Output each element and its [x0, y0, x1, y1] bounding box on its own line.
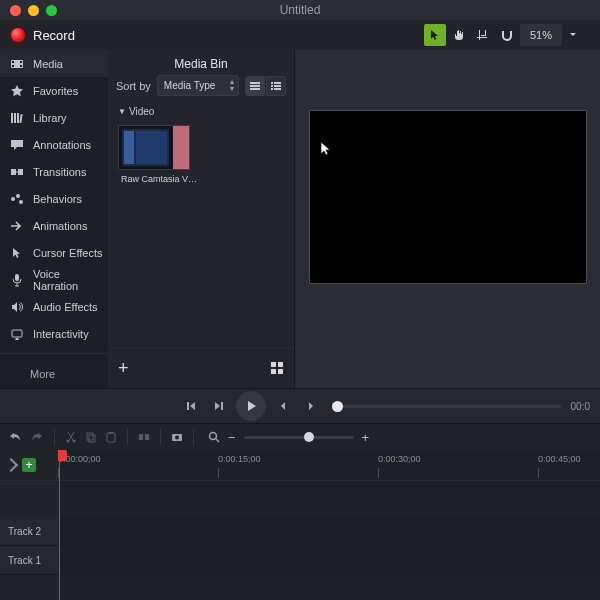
svg-rect-5	[11, 113, 13, 123]
zoom-fit-button[interactable]	[208, 431, 220, 443]
zoom-in-button[interactable]: +	[362, 430, 370, 445]
sidebar-item-annotations[interactable]: Annotations	[0, 131, 108, 158]
scrubber-knob[interactable]	[332, 401, 343, 412]
sidebar-item-media[interactable]: Media	[0, 50, 108, 77]
behaviors-icon	[10, 192, 24, 206]
canvas-snap-tool[interactable]	[496, 24, 518, 46]
canvas-zoom-value: 51%	[530, 29, 552, 41]
svg-rect-21	[271, 85, 273, 87]
canvas-crop-tool[interactable]	[472, 24, 494, 46]
sidebar-label: Animations	[33, 220, 87, 232]
bin-view-list[interactable]	[266, 76, 286, 96]
timeline-body[interactable]: 0:00:00;00 0:00:15;00 0:00:30;00 0:00:45…	[58, 450, 600, 600]
bin-footer: +	[108, 347, 294, 388]
track-header-2[interactable]: Track 2	[0, 517, 58, 546]
time-ruler[interactable]: 0:00:00;00 0:00:15;00 0:00:30;00 0:00:45…	[58, 450, 600, 481]
top-toolbar: Record 51%	[0, 20, 600, 50]
split-button[interactable]	[138, 431, 150, 443]
tool-sidebar: Media Favorites Library Annotations Tran…	[0, 50, 108, 388]
sidebar-item-cursor-effects[interactable]: Cursor Effects	[0, 239, 108, 266]
canvas-zoom-dropdown[interactable]	[564, 24, 582, 46]
library-icon	[10, 111, 24, 125]
sidebar-item-interactivity[interactable]: Interactivity	[0, 320, 108, 347]
sidebar-more-button[interactable]: More	[0, 353, 108, 394]
zoom-knob[interactable]	[304, 432, 314, 442]
bin-group-video[interactable]: ▼ Video	[108, 102, 294, 121]
clip-name-label: Raw Camtasia V…	[121, 174, 197, 184]
bin-view-toggle	[245, 76, 286, 96]
paste-button[interactable]	[105, 431, 117, 443]
svg-point-40	[210, 433, 217, 440]
disclosure-icon: ▼	[118, 107, 126, 116]
window-title: Untitled	[0, 3, 600, 17]
svg-rect-3	[20, 61, 22, 63]
media-bin-title: Media Bin	[108, 50, 294, 75]
track-header-1[interactable]: Track 1	[0, 546, 58, 575]
next-marker-button[interactable]	[300, 395, 322, 417]
transport-scrubber[interactable]	[332, 405, 561, 408]
sidebar-item-animations[interactable]: Animations	[0, 212, 108, 239]
sidebar-item-voice-narration[interactable]: Voice Narration	[0, 266, 108, 293]
media-bin-panel: Media Bin Sort by Media Type ▴▾ ▼ Video …	[108, 50, 295, 388]
star-icon	[10, 84, 24, 98]
canvas-arrow-tool[interactable]	[424, 24, 446, 46]
sidebar-item-favorites[interactable]: Favorites	[0, 77, 108, 104]
step-back-button[interactable]	[180, 395, 202, 417]
sidebar-label: Behaviors	[33, 193, 82, 205]
bin-group-label: Video	[129, 106, 154, 117]
sidebar-label: Annotations	[33, 139, 91, 151]
play-button[interactable]	[236, 391, 266, 421]
editor-main: Media Favorites Library Annotations Tran…	[0, 50, 600, 388]
canvas-zoom-display[interactable]: 51%	[520, 24, 562, 46]
timeline: + Track 2 Track 1 0:00:00;00 0:00:15;00 …	[0, 450, 600, 600]
sidebar-item-library[interactable]: Library	[0, 104, 108, 131]
prev-marker-button[interactable]	[272, 395, 294, 417]
svg-rect-16	[250, 82, 260, 84]
svg-rect-33	[89, 435, 95, 442]
sidebar-item-behaviors[interactable]: Behaviors	[0, 185, 108, 212]
sort-by-select[interactable]: Media Type ▴▾	[157, 75, 239, 96]
sidebar-item-transitions[interactable]: Transitions	[0, 158, 108, 185]
expand-icon[interactable]	[4, 458, 18, 472]
animations-icon	[10, 219, 24, 233]
svg-rect-8	[19, 113, 22, 122]
sidebar-label: Library	[33, 112, 67, 124]
track-row-1[interactable]	[58, 546, 600, 575]
svg-point-39	[175, 436, 179, 440]
sidebar-label: Transitions	[33, 166, 86, 178]
canvas-pan-tool[interactable]	[448, 24, 470, 46]
copy-button[interactable]	[85, 431, 97, 443]
sidebar-label: Media	[33, 58, 63, 70]
zoom-out-button[interactable]: −	[228, 430, 236, 445]
undo-button[interactable]	[8, 430, 22, 444]
svg-rect-4	[20, 65, 22, 67]
sort-by-value: Media Type	[164, 80, 216, 91]
track-row-2[interactable]	[58, 517, 600, 546]
add-track-button[interactable]: +	[22, 458, 36, 472]
speaker-icon	[10, 300, 24, 314]
sidebar-item-audio-effects[interactable]: Audio Effects	[0, 293, 108, 320]
record-button[interactable]: Record	[10, 27, 75, 43]
bin-view-thumbs[interactable]	[245, 76, 265, 96]
redo-button[interactable]	[30, 430, 44, 444]
zoom-slider[interactable]	[244, 436, 354, 439]
svg-point-13	[19, 200, 23, 204]
svg-rect-19	[271, 82, 273, 84]
svg-rect-14	[15, 274, 19, 281]
mic-icon	[10, 273, 24, 287]
svg-rect-22	[274, 85, 281, 87]
media-clip[interactable]: Raw Camtasia V…	[118, 125, 188, 184]
clip-thumbnail	[118, 125, 190, 170]
svg-rect-1	[12, 61, 14, 63]
svg-rect-6	[14, 113, 16, 123]
step-forward-button[interactable]	[208, 395, 230, 417]
preview-canvas[interactable]	[309, 110, 587, 284]
add-media-button[interactable]: +	[118, 358, 129, 379]
cut-button[interactable]	[65, 431, 77, 443]
svg-rect-35	[109, 432, 113, 434]
bin-layout-button[interactable]	[270, 361, 284, 375]
interactivity-icon	[10, 327, 24, 341]
playhead[interactable]: 0:00:00;00	[59, 450, 60, 600]
svg-rect-7	[17, 113, 19, 123]
snapshot-button[interactable]	[171, 431, 183, 443]
